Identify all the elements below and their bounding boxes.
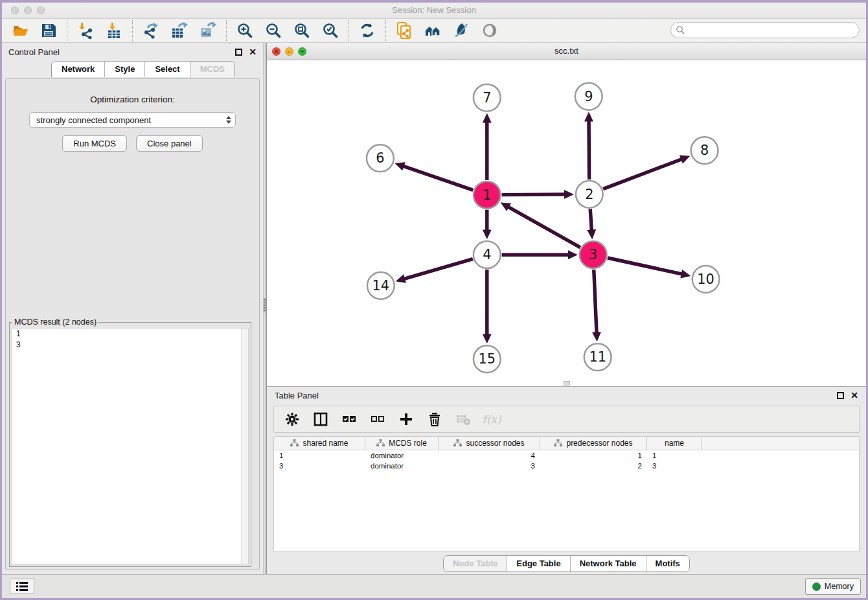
table-cell: 3 <box>274 461 365 471</box>
titlebar: Session: New Session <box>2 3 866 19</box>
mcds-tab-content: Optimization criterion: strongly connect… <box>5 78 260 570</box>
column-header-successor-nodes[interactable]: successor nodes <box>439 437 540 450</box>
result-scrollbar[interactable] <box>241 329 248 564</box>
edge-4-14[interactable] <box>403 259 473 279</box>
tab-network[interactable]: Network <box>52 62 105 77</box>
edge-arrowhead <box>564 190 574 199</box>
tab-mcds[interactable]: MCDS <box>190 62 234 77</box>
network-window-titlebar[interactable]: ✕ − + scc.txt <box>267 43 866 60</box>
table-tab-edge-table[interactable]: Edge Table <box>507 556 570 571</box>
edge-3-11[interactable] <box>594 270 597 334</box>
network-graph[interactable]: 7968124314101511 <box>267 60 866 386</box>
tab-select[interactable]: Select <box>145 62 190 77</box>
save-session-icon[interactable] <box>40 21 58 40</box>
float-table-panel-icon[interactable] <box>837 392 844 399</box>
edge-arrowhead <box>568 250 578 259</box>
edge-1-2[interactable] <box>502 194 566 195</box>
edge-arrowhead <box>587 229 596 239</box>
task-history-button[interactable] <box>10 579 34 594</box>
search-container <box>670 22 860 38</box>
mcds-result-legend: MCDS result (2 nodes) <box>12 317 98 327</box>
column-header-MCDS-role[interactable]: MCDS role <box>365 437 439 450</box>
export-network-icon[interactable] <box>142 21 160 40</box>
table-row[interactable]: 1dominator411 <box>274 450 859 461</box>
column-header-shared-name[interactable]: shared name <box>274 437 365 450</box>
edge-2-9[interactable] <box>589 120 589 179</box>
first-neighbors-icon[interactable] <box>424 21 442 40</box>
edge-arrowhead <box>483 229 492 239</box>
import-network-icon[interactable] <box>76 21 95 40</box>
node-label: 1 <box>483 187 491 203</box>
table-toolbar: f(x) <box>273 406 860 433</box>
delete-column-icon[interactable] <box>427 411 442 427</box>
search-icon <box>676 25 685 35</box>
memory-status-icon <box>812 583 821 591</box>
close-table-panel-icon[interactable]: ✕ <box>851 392 858 399</box>
table-cell: 3 <box>647 461 702 471</box>
import-table-icon[interactable] <box>105 21 123 40</box>
table-row[interactable]: 3dominator323 <box>274 461 859 471</box>
control-panel-title: Control Panel <box>8 47 235 57</box>
float-panel-icon[interactable] <box>235 49 242 56</box>
edge-arrowhead <box>394 162 405 170</box>
column-tree-icon <box>554 439 562 447</box>
table-panel: Table Panel ✕ <box>266 386 866 574</box>
settings-icon[interactable] <box>284 411 300 427</box>
table-tab-motifs[interactable]: Motifs <box>646 556 689 571</box>
close-panel-button[interactable]: Close panel <box>136 135 203 152</box>
tab-style[interactable]: Style <box>105 62 145 77</box>
open-session-icon[interactable] <box>11 21 29 40</box>
edge-3-10[interactable] <box>608 258 683 274</box>
export-image-icon[interactable] <box>199 21 217 40</box>
column-layout-icon[interactable] <box>313 411 328 427</box>
column-header-label: name <box>665 439 684 448</box>
edge-1-6[interactable] <box>402 166 473 190</box>
select-all-icon[interactable] <box>341 411 357 427</box>
network-canvas[interactable]: 7968124314101511 <box>267 60 866 386</box>
export-table-icon[interactable] <box>170 21 188 40</box>
table-panel-title: Table Panel <box>275 391 837 400</box>
table-cell: dominator <box>365 461 439 471</box>
edge-arrowhead <box>483 113 492 123</box>
canvas-resize-nub[interactable] <box>564 381 570 386</box>
node-table[interactable]: shared nameMCDS rolesuccessor nodesprede… <box>273 436 860 551</box>
column-header-name[interactable]: name <box>647 437 702 450</box>
column-header-label: MCDS role <box>389 439 427 448</box>
memory-button[interactable]: Memory <box>805 578 861 595</box>
mcds-result-group: MCDS result (2 nodes) 13 <box>9 317 251 567</box>
node-label: 6 <box>376 150 384 166</box>
close-panel-icon[interactable]: ✕ <box>249 49 257 56</box>
graphics-details-icon[interactable] <box>452 21 470 40</box>
dropdown-stepper-icon <box>226 116 231 124</box>
main-toolbar <box>2 19 866 43</box>
search-input[interactable] <box>670 22 860 38</box>
run-mcds-button[interactable]: Run MCDS <box>62 135 127 152</box>
column-tree-icon <box>453 439 462 447</box>
node-label: 11 <box>589 349 606 365</box>
edge-2-8[interactable] <box>603 159 683 189</box>
criterion-dropdown[interactable]: strongly connected component <box>29 112 236 128</box>
edge-3-1[interactable] <box>507 206 580 248</box>
zoom-selected-icon[interactable] <box>321 21 339 40</box>
mcds-result-list[interactable]: 13 <box>12 328 249 564</box>
node-label: 15 <box>479 351 496 367</box>
node-label: 3 <box>589 247 597 262</box>
criterion-dropdown-value: strongly connected component <box>36 115 226 125</box>
table-tab-network-table[interactable]: Network Table <box>571 556 646 571</box>
add-column-icon[interactable] <box>398 411 414 427</box>
zoom-in-icon[interactable] <box>236 21 254 40</box>
node-label: 8 <box>700 143 709 158</box>
edge-2-3[interactable] <box>590 209 591 232</box>
refresh-icon[interactable] <box>358 21 376 40</box>
delete-table-icon <box>455 411 471 427</box>
column-header-predecessor-nodes[interactable]: predecessor nodes <box>540 437 647 450</box>
deselect-all-icon[interactable] <box>370 411 385 427</box>
duplicate-network-icon[interactable] <box>395 21 413 40</box>
zoom-fit-icon[interactable] <box>293 21 311 40</box>
column-header-label: shared name <box>303 439 348 448</box>
table-tab-node-table[interactable]: Node Table <box>444 556 507 571</box>
zoom-out-icon[interactable] <box>264 21 282 40</box>
network-window-title: scc.txt <box>267 46 866 56</box>
result-line: 3 <box>12 340 248 351</box>
show-hide-panel-icon[interactable] <box>481 21 499 40</box>
